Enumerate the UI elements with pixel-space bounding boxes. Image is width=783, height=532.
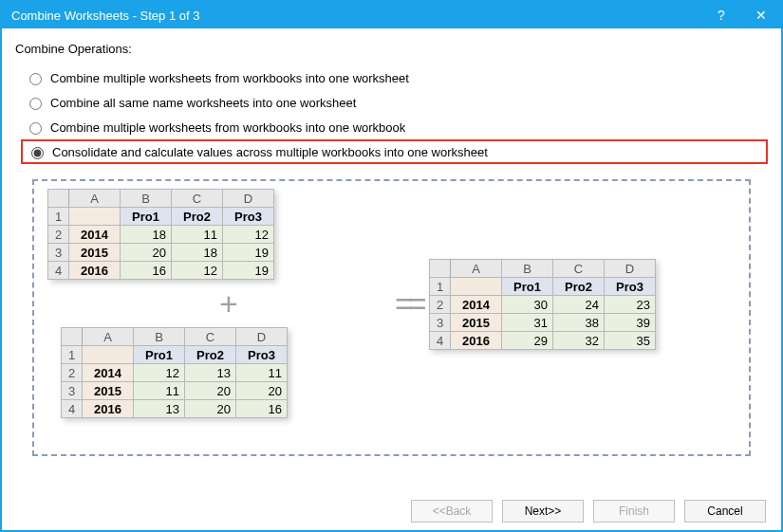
cell: 20 xyxy=(121,244,172,262)
finish-button[interactable]: Finish xyxy=(593,500,675,523)
col-head: B xyxy=(134,328,185,346)
col-head: C xyxy=(185,328,236,346)
corner-cell xyxy=(62,328,83,346)
operation-radio-1[interactable] xyxy=(29,73,42,85)
row-head: 3 xyxy=(48,244,69,262)
cell: Pro1 xyxy=(502,278,553,296)
col-head: A xyxy=(83,328,134,346)
cell: Pro3 xyxy=(605,278,656,296)
cell: 11 xyxy=(172,226,223,244)
col-head: B xyxy=(502,260,553,278)
cell: 2016 xyxy=(451,332,502,350)
operation-radio-4[interactable] xyxy=(31,147,44,159)
cell: 2016 xyxy=(83,400,134,418)
cell: 29 xyxy=(502,332,553,350)
operation-radio-2[interactable] xyxy=(29,98,42,110)
sample-table-2: A B C D 1 Pro1 Pro2 Pro3 2 2014 12 13 11… xyxy=(61,327,288,418)
cell: 35 xyxy=(605,332,656,350)
help-button[interactable]: ? xyxy=(701,2,741,28)
cell: 23 xyxy=(605,296,656,314)
row-head: 3 xyxy=(62,382,83,400)
col-head: D xyxy=(605,260,656,278)
operation-option-3[interactable]: Combine multiple worksheets from workboo… xyxy=(21,115,768,139)
cell xyxy=(83,346,134,364)
cell: 11 xyxy=(236,364,288,382)
cell: 38 xyxy=(553,314,605,332)
back-button[interactable]: <<Back xyxy=(411,500,493,523)
row-head: 2 xyxy=(62,364,83,382)
cell: Pro1 xyxy=(121,208,172,226)
cell: 20 xyxy=(236,382,288,400)
cell: 18 xyxy=(172,244,223,262)
corner-cell xyxy=(430,260,451,278)
row-head: 4 xyxy=(48,262,69,280)
cell: 12 xyxy=(134,364,185,382)
col-head: C xyxy=(172,190,223,208)
cell: 2014 xyxy=(451,296,502,314)
cell: 12 xyxy=(172,262,223,280)
cell: 32 xyxy=(553,332,605,350)
cell: 2014 xyxy=(69,226,121,244)
sample-table-1: A B C D 1 Pro1 Pro2 Pro3 2 2014 18 11 12… xyxy=(47,189,274,280)
cell: Pro2 xyxy=(172,208,223,226)
operation-label-4: Consolidate and calculate values across … xyxy=(52,145,488,159)
cell: 16 xyxy=(236,400,288,418)
cell: 20 xyxy=(185,382,236,400)
corner-cell xyxy=(48,190,69,208)
plus-icon: + xyxy=(219,285,238,322)
close-button[interactable]: ✕ xyxy=(741,2,781,28)
row-head: 4 xyxy=(62,400,83,418)
col-head: A xyxy=(69,190,121,208)
cell: 30 xyxy=(502,296,553,314)
cancel-button[interactable]: Cancel xyxy=(684,500,766,523)
cell: 31 xyxy=(502,314,553,332)
cell xyxy=(69,208,121,226)
col-head: D xyxy=(223,190,274,208)
cell: 2016 xyxy=(69,262,121,280)
cell: 13 xyxy=(185,364,236,382)
footer-buttons: <<Back Next>> Finish Cancel xyxy=(411,500,766,523)
cell: 11 xyxy=(134,382,185,400)
col-head: A xyxy=(451,260,502,278)
cell: 20 xyxy=(185,400,236,418)
cell: 13 xyxy=(134,400,185,418)
dialog-body: Combine Operations: Combine multiple wor… xyxy=(2,28,781,456)
row-head: 3 xyxy=(430,314,451,332)
next-button[interactable]: Next>> xyxy=(502,500,584,523)
equals-icon: == xyxy=(395,285,421,322)
operation-option-2[interactable]: Combine all same name worksheets into on… xyxy=(21,90,768,115)
operations-label: Combine Operations: xyxy=(15,42,768,56)
operation-radio-3[interactable] xyxy=(29,122,42,135)
operation-label-1: Combine multiple worksheets from workboo… xyxy=(50,71,409,85)
window-title: Combine Worksheets - Step 1 of 3 xyxy=(11,9,701,23)
operation-option-4[interactable]: Consolidate and calculate values across … xyxy=(21,139,768,164)
result-table: A B C D 1 Pro1 Pro2 Pro3 2 2014 30 24 23… xyxy=(429,259,656,350)
operation-option-1[interactable]: Combine multiple worksheets from workboo… xyxy=(21,65,768,90)
row-head: 2 xyxy=(430,296,451,314)
col-head: D xyxy=(236,328,288,346)
cell: Pro2 xyxy=(185,346,236,364)
cell: 2015 xyxy=(83,382,134,400)
row-head: 1 xyxy=(430,278,451,296)
titlebar: Combine Worksheets - Step 1 of 3 ? ✕ xyxy=(2,2,781,28)
row-head: 1 xyxy=(62,346,83,364)
cell: 2014 xyxy=(83,364,134,382)
operation-label-2: Combine all same name worksheets into on… xyxy=(50,96,356,110)
cell: 39 xyxy=(605,314,656,332)
cell: 19 xyxy=(223,262,274,280)
cell: 18 xyxy=(121,226,172,244)
col-head: B xyxy=(121,190,172,208)
cell: 16 xyxy=(121,262,172,280)
operation-label-3: Combine multiple worksheets from workboo… xyxy=(50,120,405,135)
cell: 19 xyxy=(223,244,274,262)
cell: Pro2 xyxy=(553,278,605,296)
row-head: 4 xyxy=(430,332,451,350)
col-head: C xyxy=(553,260,605,278)
cell: Pro3 xyxy=(236,346,288,364)
cell: 24 xyxy=(553,296,605,314)
cell: 2015 xyxy=(451,314,502,332)
cell: 2015 xyxy=(69,244,121,262)
cell xyxy=(451,278,502,296)
cell: 12 xyxy=(223,226,274,244)
cell: Pro3 xyxy=(223,208,274,226)
